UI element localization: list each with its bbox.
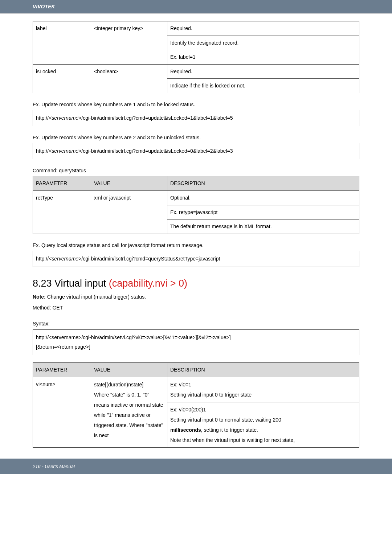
- page-content: label <integer primary key> Required. Id…: [0, 14, 392, 448]
- value-line: state[(duration)nstate]: [94, 379, 164, 390]
- desc-line: Setting virtual input 0 to trigger state: [170, 390, 356, 400]
- cell-value: xml or javascript: [91, 190, 167, 234]
- note-line: Note: Change virtual input (manual trigg…: [33, 293, 359, 301]
- table-header-row: PARAMETER VALUE DESCRIPTION: [33, 176, 359, 191]
- cell-desc: Required.: [167, 64, 359, 79]
- syntax-line: [&return=<return page>]: [36, 342, 356, 352]
- url-server: <servername>: [49, 148, 81, 154]
- cell-value: <boolean>: [91, 64, 167, 93]
- url-server: <servername>: [49, 115, 81, 121]
- params-table-1: label <integer primary key> Required. Id…: [33, 21, 359, 93]
- cell-desc: Indicate if the file is locked or not.: [167, 79, 359, 93]
- desc-rest: , setting it to trigger state.: [201, 427, 258, 433]
- col-header: PARAMETER: [33, 176, 91, 191]
- header-brand: VIVOTEK: [0, 0, 392, 14]
- example-caption: Ex. Update records whose key numbers are…: [33, 134, 359, 141]
- table-header-row: PARAMETER VALUE DESCRIPTION: [33, 363, 359, 377]
- footer-pagenum: 216 - User's Manual: [0, 459, 392, 474]
- url-prefix: http://: [36, 148, 49, 154]
- params-table-3: PARAMETER VALUE DESCRIPTION vi<num> stat…: [33, 362, 359, 448]
- col-header: DESCRIPTION: [167, 363, 359, 377]
- cell-desc: The default return message is in XML for…: [167, 219, 359, 234]
- col-header: VALUE: [91, 176, 167, 191]
- cell-desc: Identify the designated record.: [167, 36, 359, 50]
- desc-line: Setting virtual input 0 to normal state,…: [170, 415, 356, 425]
- desc-line: Ex: vi0=1: [170, 379, 356, 390]
- note-bold: Note:: [33, 294, 46, 300]
- cell-value: <integer primary key>: [91, 21, 167, 65]
- col-header: DESCRIPTION: [167, 176, 359, 191]
- heading-condition: (capability.nvi > 0): [109, 278, 187, 289]
- value-line: Where "state" is 0, 1. "0" means inactiv…: [94, 390, 164, 440]
- url-prefix: http://: [36, 256, 49, 262]
- note-rest: Change virtual input (manual trigger) st…: [46, 294, 146, 300]
- cell-desc: Optional.: [167, 190, 359, 205]
- section-heading: 8.23 Virtual input (capability.nvi > 0): [33, 278, 359, 289]
- url-box: http://<servername>/cgi-bin/admin/lsctrl…: [33, 251, 359, 267]
- cell-desc: Required.: [167, 21, 359, 36]
- cell-param: label: [33, 21, 91, 65]
- url-suffix: /cgi-bin/admin/lsctrl.cgi?cmd=queryStatu…: [81, 256, 220, 262]
- desc-line: Ex: vi0=0(200)1: [170, 405, 356, 415]
- url-suffix: /cgi-bin/admin/lsctrl.cgi?cmd=update&isL…: [81, 148, 233, 154]
- syntax-line: http://<servername>/cgi-bin/admin/setvi.…: [36, 333, 356, 342]
- params-table-2: PARAMETER VALUE DESCRIPTION retType xml …: [33, 176, 359, 234]
- col-header: PARAMETER: [33, 363, 91, 377]
- desc-line: milliseconds, setting it to trigger stat…: [170, 425, 356, 435]
- url-suffix: /cgi-bin/admin/lsctrl.cgi?cmd=update&isL…: [81, 115, 233, 121]
- url-box: http://<servername>/cgi-bin/admin/lsctrl…: [33, 110, 359, 126]
- cell-desc: Ex: vi0=0(200)1 Setting virtual input 0 …: [167, 402, 359, 447]
- col-header: VALUE: [91, 363, 167, 377]
- cell-desc: Ex. label=1: [167, 50, 359, 65]
- table-row: retType xml or javascript Optional.: [33, 190, 359, 205]
- syntax-box: http://<servername>/cgi-bin/admin/setvi.…: [33, 329, 359, 355]
- table-row: label <integer primary key> Required.: [33, 21, 359, 36]
- url-server: <servername>: [49, 256, 81, 262]
- url-prefix: http://: [36, 115, 49, 121]
- cell-param: retType: [33, 190, 91, 234]
- heading-num: 8.23 Virtual input: [33, 278, 109, 289]
- table-row: isLocked <boolean> Required.: [33, 64, 359, 79]
- command-label: Command: queryStatus: [33, 167, 359, 175]
- table-row: vi<num> state[(duration)nstate] Where "s…: [33, 377, 359, 402]
- syntax-label: Syntax:: [33, 320, 359, 328]
- cell-desc: Ex: vi0=1 Setting virtual input 0 to tri…: [167, 377, 359, 402]
- cell-param: isLocked: [33, 64, 91, 93]
- desc-line: Note that when the virtual input is wait…: [170, 435, 356, 445]
- cell-desc: Ex. retype=javascript: [167, 205, 359, 219]
- example-caption: Ex. Query local storage status and call …: [33, 241, 359, 249]
- method-line: Method: GET: [33, 304, 359, 312]
- cell-param: vi<num>: [33, 377, 91, 447]
- desc-bold: milliseconds: [170, 427, 201, 433]
- example-caption: Ex. Update records whose key numbers are…: [33, 100, 359, 108]
- cell-value: state[(duration)nstate] Where "state" is…: [91, 377, 167, 447]
- url-box: http://<servername>/cgi-bin/admin/lsctrl…: [33, 143, 359, 159]
